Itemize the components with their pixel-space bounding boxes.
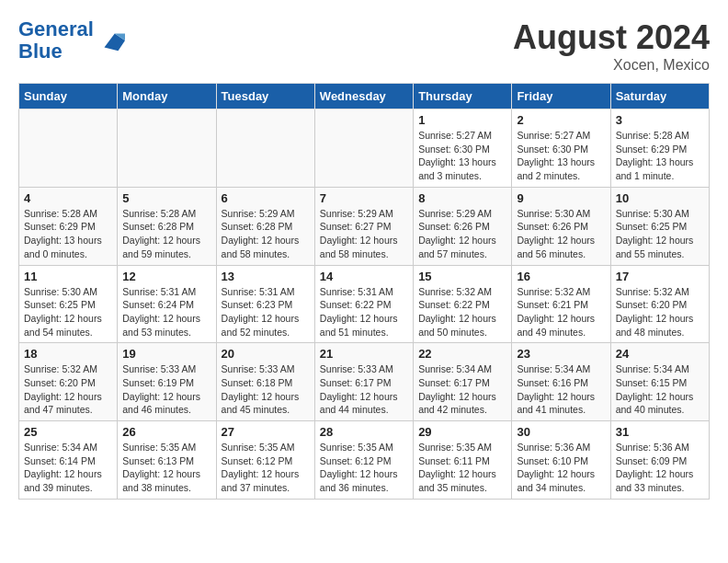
calendar-cell: 16Sunrise: 5:32 AM Sunset: 6:21 PM Dayli… — [512, 265, 610, 343]
calendar-cell: 27Sunrise: 5:35 AM Sunset: 6:12 PM Dayli… — [216, 421, 314, 500]
day-number: 7 — [320, 191, 408, 205]
calendar-week-0: 1Sunrise: 5:27 AM Sunset: 6:30 PM Daylig… — [19, 109, 710, 188]
day-number: 18 — [24, 347, 112, 361]
day-info: Sunrise: 5:28 AM Sunset: 6:29 PM Dayligh… — [616, 129, 704, 183]
calendar-cell: 13Sunrise: 5:31 AM Sunset: 6:23 PM Dayli… — [216, 265, 314, 343]
day-info: Sunrise: 5:33 AM Sunset: 6:17 PM Dayligh… — [320, 362, 408, 417]
calendar-cell: 18Sunrise: 5:32 AM Sunset: 6:20 PM Dayli… — [19, 343, 118, 421]
calendar-cell: 30Sunrise: 5:36 AM Sunset: 6:10 PM Dayli… — [512, 421, 610, 500]
day-number: 2 — [517, 113, 605, 127]
calendar-cell: 23Sunrise: 5:34 AM Sunset: 6:16 PM Dayli… — [512, 343, 610, 421]
day-info: Sunrise: 5:34 AM Sunset: 6:15 PM Dayligh… — [616, 362, 704, 417]
day-info: Sunrise: 5:27 AM Sunset: 6:30 PM Dayligh… — [418, 129, 506, 183]
calendar-cell: 4Sunrise: 5:28 AM Sunset: 6:29 PM Daylig… — [19, 187, 118, 265]
calendar-cell: 15Sunrise: 5:32 AM Sunset: 6:22 PM Dayli… — [414, 265, 512, 343]
month-title: August 2024 — [513, 18, 710, 57]
page-header: General Blue August 2024 Xocen, Mexico — [18, 18, 710, 74]
calendar-cell: 14Sunrise: 5:31 AM Sunset: 6:22 PM Dayli… — [314, 265, 413, 343]
day-info: Sunrise: 5:28 AM Sunset: 6:29 PM Dayligh… — [24, 207, 112, 261]
calendar-week-2: 11Sunrise: 5:30 AM Sunset: 6:25 PM Dayli… — [19, 265, 710, 343]
day-number: 9 — [517, 191, 605, 205]
day-info: Sunrise: 5:35 AM Sunset: 6:12 PM Dayligh… — [320, 441, 408, 495]
weekday-header-tuesday: Tuesday — [216, 84, 314, 109]
day-number: 15 — [418, 270, 506, 283]
day-number: 4 — [24, 191, 112, 205]
day-number: 11 — [24, 270, 112, 283]
calendar-cell: 12Sunrise: 5:31 AM Sunset: 6:24 PM Dayli… — [118, 265, 216, 343]
day-number: 19 — [122, 347, 210, 361]
day-number: 10 — [616, 191, 704, 205]
day-number: 17 — [616, 270, 704, 283]
calendar-cell — [19, 109, 118, 188]
day-info: Sunrise: 5:35 AM Sunset: 6:12 PM Dayligh… — [222, 441, 310, 495]
day-number: 21 — [320, 347, 408, 361]
weekday-header-sunday: Sunday — [19, 84, 118, 109]
calendar-cell: 21Sunrise: 5:33 AM Sunset: 6:17 PM Dayli… — [314, 343, 413, 421]
calendar-cell: 26Sunrise: 5:35 AM Sunset: 6:13 PM Dayli… — [118, 421, 216, 500]
day-info: Sunrise: 5:30 AM Sunset: 6:25 PM Dayligh… — [24, 285, 112, 339]
day-number: 1 — [418, 113, 506, 127]
calendar-body: 1Sunrise: 5:27 AM Sunset: 6:30 PM Daylig… — [19, 109, 710, 500]
day-info: Sunrise: 5:32 AM Sunset: 6:21 PM Dayligh… — [517, 285, 605, 339]
calendar-cell: 7Sunrise: 5:29 AM Sunset: 6:27 PM Daylig… — [314, 187, 413, 265]
calendar-week-3: 18Sunrise: 5:32 AM Sunset: 6:20 PM Dayli… — [19, 343, 710, 421]
calendar-cell: 31Sunrise: 5:36 AM Sunset: 6:09 PM Dayli… — [610, 421, 709, 500]
day-info: Sunrise: 5:29 AM Sunset: 6:26 PM Dayligh… — [418, 207, 506, 261]
calendar-cell: 20Sunrise: 5:33 AM Sunset: 6:18 PM Dayli… — [216, 343, 314, 421]
day-info: Sunrise: 5:35 AM Sunset: 6:11 PM Dayligh… — [418, 441, 506, 495]
day-info: Sunrise: 5:35 AM Sunset: 6:13 PM Dayligh… — [122, 441, 210, 495]
day-number: 22 — [418, 347, 506, 361]
day-info: Sunrise: 5:27 AM Sunset: 6:30 PM Dayligh… — [517, 129, 605, 183]
day-info: Sunrise: 5:30 AM Sunset: 6:26 PM Dayligh… — [517, 207, 605, 261]
day-number: 20 — [222, 347, 310, 361]
calendar-cell: 19Sunrise: 5:33 AM Sunset: 6:19 PM Dayli… — [118, 343, 216, 421]
logo: General Blue — [18, 18, 125, 63]
day-number: 31 — [616, 425, 704, 439]
day-info: Sunrise: 5:28 AM Sunset: 6:28 PM Dayligh… — [122, 207, 210, 261]
weekday-header-wednesday: Wednesday — [314, 84, 413, 109]
day-info: Sunrise: 5:34 AM Sunset: 6:17 PM Dayligh… — [418, 362, 506, 417]
day-number: 14 — [320, 270, 408, 283]
day-info: Sunrise: 5:29 AM Sunset: 6:27 PM Dayligh… — [320, 207, 408, 261]
logo-text: General — [18, 18, 94, 40]
day-info: Sunrise: 5:29 AM Sunset: 6:28 PM Dayligh… — [222, 207, 310, 261]
day-info: Sunrise: 5:32 AM Sunset: 6:20 PM Dayligh… — [616, 285, 704, 339]
day-number: 5 — [122, 191, 210, 205]
calendar-cell: 11Sunrise: 5:30 AM Sunset: 6:25 PM Dayli… — [19, 265, 118, 343]
day-info: Sunrise: 5:33 AM Sunset: 6:19 PM Dayligh… — [122, 362, 210, 417]
calendar-week-4: 25Sunrise: 5:34 AM Sunset: 6:14 PM Dayli… — [19, 421, 710, 500]
calendar-cell — [216, 109, 314, 188]
day-number: 24 — [616, 347, 704, 361]
day-info: Sunrise: 5:36 AM Sunset: 6:09 PM Dayligh… — [616, 441, 704, 495]
calendar-cell — [118, 109, 216, 188]
calendar-cell: 28Sunrise: 5:35 AM Sunset: 6:12 PM Dayli… — [314, 421, 413, 500]
logo-text2: Blue — [18, 40, 94, 63]
calendar-cell: 8Sunrise: 5:29 AM Sunset: 6:26 PM Daylig… — [414, 187, 512, 265]
weekday-header-friday: Friday — [512, 84, 610, 109]
calendar-cell: 17Sunrise: 5:32 AM Sunset: 6:20 PM Dayli… — [610, 265, 709, 343]
weekday-header-monday: Monday — [118, 84, 216, 109]
calendar-cell: 5Sunrise: 5:28 AM Sunset: 6:28 PM Daylig… — [118, 187, 216, 265]
title-block: August 2024 Xocen, Mexico — [513, 18, 710, 74]
weekday-header-saturday: Saturday — [610, 84, 709, 109]
day-info: Sunrise: 5:36 AM Sunset: 6:10 PM Dayligh… — [517, 441, 605, 495]
calendar-cell: 6Sunrise: 5:29 AM Sunset: 6:28 PM Daylig… — [216, 187, 314, 265]
day-number: 8 — [418, 191, 506, 205]
day-number: 26 — [122, 425, 210, 439]
day-number: 3 — [616, 113, 704, 127]
calendar-cell: 2Sunrise: 5:27 AM Sunset: 6:30 PM Daylig… — [512, 109, 610, 188]
day-number: 30 — [517, 425, 605, 439]
day-info: Sunrise: 5:32 AM Sunset: 6:22 PM Dayligh… — [418, 285, 506, 339]
day-info: Sunrise: 5:34 AM Sunset: 6:16 PM Dayligh… — [517, 362, 605, 417]
day-number: 28 — [320, 425, 408, 439]
calendar-cell: 22Sunrise: 5:34 AM Sunset: 6:17 PM Dayli… — [414, 343, 512, 421]
calendar-cell: 24Sunrise: 5:34 AM Sunset: 6:15 PM Dayli… — [610, 343, 709, 421]
day-number: 6 — [222, 191, 310, 205]
day-number: 23 — [517, 347, 605, 361]
day-info: Sunrise: 5:34 AM Sunset: 6:14 PM Dayligh… — [24, 441, 112, 495]
day-number: 25 — [24, 425, 112, 439]
day-info: Sunrise: 5:32 AM Sunset: 6:20 PM Dayligh… — [24, 362, 112, 417]
day-number: 27 — [222, 425, 310, 439]
day-number: 16 — [517, 270, 605, 283]
calendar-cell: 1Sunrise: 5:27 AM Sunset: 6:30 PM Daylig… — [414, 109, 512, 188]
